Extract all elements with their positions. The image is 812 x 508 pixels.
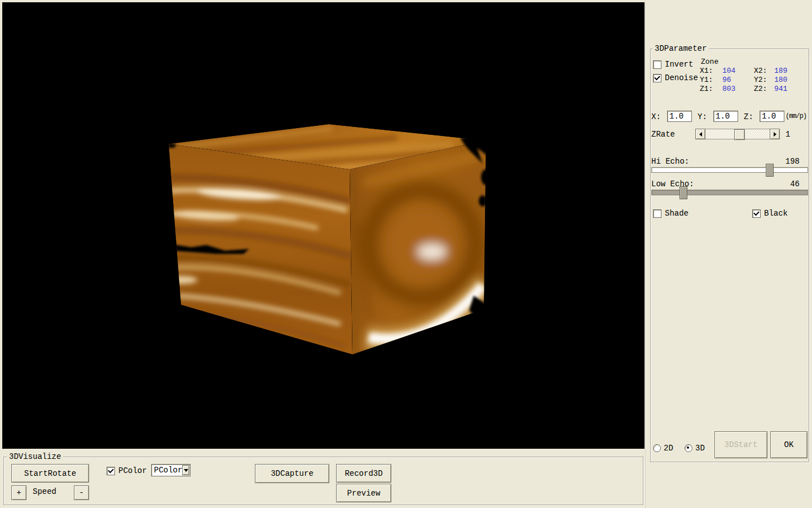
zone-z2-label: Z2: [754,85,767,93]
mode-3d-label: 3D [695,444,705,453]
zrate-label: ZRate [651,130,675,139]
pcolor-dropdown-button[interactable] [182,465,189,475]
mode-3d-radio[interactable] [685,444,692,452]
volume-render-canvas [2,2,645,449]
arrow-down-icon [184,469,188,472]
denoise-label: Denoise [665,74,698,82]
preview-button[interactable]: Preview [336,484,391,502]
zone-x1-label: X1: [700,67,713,75]
pcolor-dropdown-value: PColor [152,466,182,475]
hi-echo-slider[interactable] [651,167,808,173]
zrate-value: 1 [785,130,790,139]
speed-label: Speed [33,488,56,496]
low-echo-value: 46 [790,180,800,189]
low-echo-label: Low Echo: [651,180,694,189]
pcolor-dropdown[interactable]: PColor [151,464,191,476]
speed-plus-button[interactable]: + [11,485,27,500]
invert-checkbox[interactable] [653,60,661,69]
voxel-x-label: X: [651,113,661,121]
zone-title: Zone [701,58,718,66]
hi-echo-thumb[interactable] [766,164,774,177]
zone-x2-value: 189 [774,67,787,75]
zone-z2-value: 941 [774,85,787,93]
zone-y2-label: Y2: [754,76,767,84]
zone-y1-value: 96 [722,76,731,84]
capture-button[interactable]: 3DCapture [255,464,329,483]
hi-echo-track[interactable] [651,167,808,173]
visualize-panel: 3DVisualize StartRotate + Speed - PColor… [0,449,645,508]
zone-y1-label: Y1: [700,76,713,84]
ok-button[interactable]: OK [770,431,807,458]
zone-z1-value: 803 [722,85,735,93]
low-echo-slider[interactable] [651,190,808,195]
zrate-arrow-right-button[interactable] [770,129,780,139]
mode-2d-radio[interactable] [653,444,661,452]
parameter-panel: 3DParameter Invert Denoise Zone X1: 104 … [645,0,812,508]
low-echo-track[interactable] [651,190,808,195]
zone-x1-value: 104 [722,67,735,75]
shade-label: Shade [665,209,689,218]
voxel-x-input[interactable] [667,111,692,122]
app-window: 3DParameter Invert Denoise Zone X1: 104 … [0,0,812,508]
arrow-left-icon [699,132,702,137]
pcolor-checkbox[interactable] [107,467,115,475]
black-checkbox[interactable] [752,209,761,218]
voxel-z-label: Z: [744,113,753,121]
zrate-scrollbar[interactable] [695,129,780,139]
pcolor-checkbox-label: PColor [118,467,147,475]
arrow-right-icon [774,132,776,137]
zone-x2-label: X2: [754,67,767,75]
zrate-arrow-left-button[interactable] [695,129,705,139]
denoise-checkbox[interactable] [653,74,661,82]
zone-z1-label: Z1: [700,85,713,93]
mode-2d-label: 2D [664,444,673,453]
voxel-z-input[interactable] [760,111,784,122]
hi-echo-label: Hi Echo: [651,157,689,166]
start-rotate-button[interactable]: StartRotate [11,464,89,483]
record-button[interactable]: Record3D [336,464,391,483]
speed-minus-button[interactable]: - [74,485,89,500]
visualize-group-title: 3DVisualize [7,453,63,461]
voxel-y-input[interactable] [713,111,738,122]
start3d-button[interactable]: 3DStart [714,431,767,458]
black-label: Black [764,209,788,218]
zrate-track[interactable] [705,129,770,139]
voxel-unit-label: (mm/p) [785,112,806,121]
zone-y2-value: 180 [774,76,787,84]
hi-echo-value: 198 [785,157,800,166]
shade-checkbox[interactable] [653,209,661,218]
invert-label: Invert [665,60,693,69]
zrate-thumb[interactable] [734,129,745,140]
low-echo-thumb[interactable] [679,186,687,199]
parameter-group-title: 3DParameter [652,45,709,53]
render-viewport[interactable] [2,2,645,449]
voxel-y-label: Y: [698,113,707,121]
